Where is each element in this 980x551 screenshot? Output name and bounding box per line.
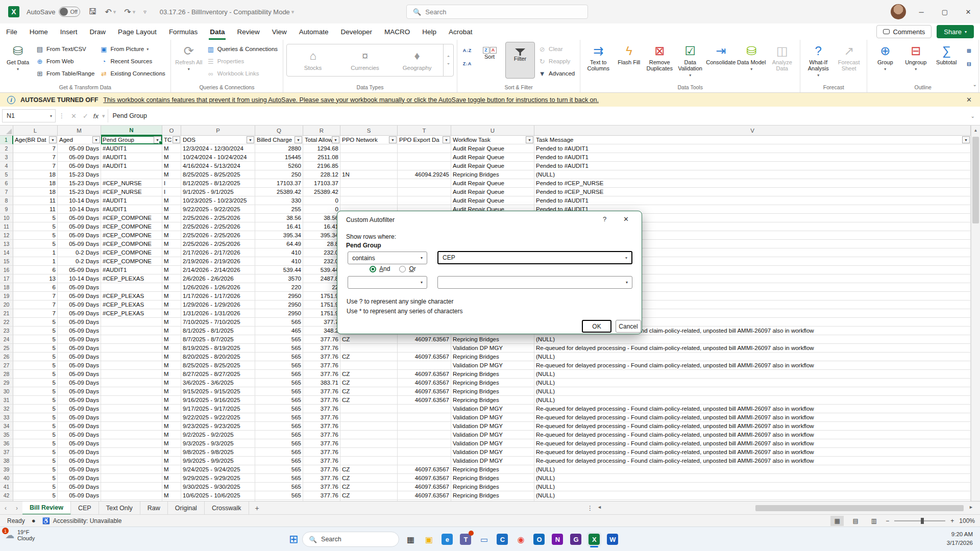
cell-V40[interactable]: (NULL) [534, 474, 971, 483]
cell-S4[interactable] [340, 162, 398, 170]
cell-N42[interactable] [101, 491, 162, 500]
cell-Q14[interactable]: 410 [255, 248, 303, 257]
expand-formula-bar-icon[interactable]: ⌄ [966, 113, 980, 119]
cell-S36[interactable] [340, 439, 398, 448]
cell-O32[interactable]: M [162, 405, 181, 413]
title-chevron-icon[interactable]: ▾ [291, 9, 295, 15]
filter-dropdown-icon[interactable]: ▼ [247, 136, 254, 143]
header-cell-R[interactable]: Total Allow▼ [303, 136, 340, 144]
cell-T34[interactable] [398, 422, 451, 431]
cell-T35[interactable] [398, 431, 451, 439]
cell-T40[interactable]: 46097.63567 [398, 474, 451, 483]
recent-sources-button[interactable]: ◔Recent Sources [97, 55, 167, 67]
weather-widget[interactable]: ☁1 19°FCloudy [5, 529, 35, 541]
cell-Q42[interactable]: 565 [255, 491, 303, 500]
cell-L11[interactable]: 5 [13, 222, 58, 231]
cell-Q12[interactable]: 395.34 [255, 231, 303, 240]
cell-M37[interactable]: 05-09 Days [58, 448, 101, 457]
next-sheet-icon[interactable]: › [11, 505, 22, 512]
cell-O31[interactable]: M [162, 396, 181, 405]
cell-M3[interactable]: 05-09 Days [58, 153, 101, 162]
cell-M27[interactable]: 05-09 Days [58, 361, 101, 370]
cell-M8[interactable]: 10-14 Days [58, 196, 101, 205]
cell-L42[interactable]: 5 [13, 491, 58, 500]
row-number[interactable]: 35 [0, 431, 13, 439]
cell-L19[interactable]: 7 [13, 292, 58, 300]
cell-U42[interactable]: Repricing Bridges [451, 491, 534, 500]
column-header-U[interactable]: U [451, 126, 534, 136]
row-number[interactable]: 29 [0, 379, 13, 387]
maximize-button[interactable]: ▢ [933, 0, 957, 23]
cell-M28[interactable]: 05-09 Days [58, 370, 101, 379]
cell-L30[interactable]: 5 [13, 387, 58, 396]
filter-dropdown-icon[interactable]: ▼ [332, 136, 339, 143]
cell-P29[interactable]: 3/6/2025 - 3/6/2025 [181, 379, 255, 387]
cell-L18[interactable]: 6 [13, 283, 58, 292]
cell-Q23[interactable]: 465 [255, 327, 303, 335]
cell-Q26[interactable]: 565 [255, 353, 303, 361]
cell-P18[interactable]: 1/26/2026 - 1/26/2026 [181, 283, 255, 292]
tab-insert[interactable]: Insert [54, 23, 84, 40]
cell-R36[interactable]: 377.76 [303, 439, 340, 448]
cell-O36[interactable]: M [162, 439, 181, 448]
horizontal-scrollbar[interactable] [605, 505, 966, 511]
cell-L29[interactable]: 5 [13, 379, 58, 387]
data-validation-button[interactable]: ☑Data Validation▾ [675, 42, 705, 79]
cell-V37[interactable]: Re-queued for delayed processing - Found… [534, 448, 971, 457]
cell-R40[interactable]: 377.76 [303, 474, 340, 483]
cell-T6[interactable] [398, 179, 451, 188]
cell-O22[interactable]: M [162, 318, 181, 327]
cell-V25[interactable]: Re-queued for delayed processing - Found… [534, 344, 971, 353]
header-cell-M[interactable]: Aged▼ [58, 136, 101, 144]
cell-S38[interactable] [340, 457, 398, 465]
cell-O20[interactable]: M [162, 300, 181, 309]
cell-M25[interactable]: 05-09 Days [58, 344, 101, 353]
cell-Q19[interactable]: 2950 [255, 292, 303, 300]
fx-chevron-icon[interactable]: ▾ [102, 113, 105, 119]
cell-Q7[interactable]: 25389.42 [255, 188, 303, 196]
tabs-overflow-icon[interactable]: ⋮ [587, 505, 593, 512]
row-number[interactable]: 27 [0, 361, 13, 370]
cell-N4[interactable]: #AUDIT1 [101, 162, 162, 170]
cell-O42[interactable]: M [162, 491, 181, 500]
row-number[interactable]: 30 [0, 387, 13, 396]
cell-V36[interactable]: Re-queued for delayed processing - Found… [534, 439, 971, 448]
cell-M15[interactable]: 0-2 Days [58, 257, 101, 266]
cell-O25[interactable]: M [162, 344, 181, 353]
cell-M11[interactable]: 05-09 Days [58, 222, 101, 231]
cell-N38[interactable] [101, 457, 162, 465]
cell-R35[interactable]: 377.76 [303, 431, 340, 439]
scroll-up-icon[interactable]: ▲ [971, 126, 980, 135]
cell-U38[interactable]: Validation DP MGY [451, 457, 534, 465]
cell-M41[interactable]: 05-09 Days [58, 483, 101, 491]
cell-Q36[interactable]: 565 [255, 439, 303, 448]
cell-N24[interactable] [101, 335, 162, 344]
cell-R9[interactable]: 0 [303, 205, 340, 214]
cell-Q8[interactable]: 330 [255, 196, 303, 205]
cell-P22[interactable]: 7/10/2025 - 7/10/2025 [181, 318, 255, 327]
cell-U7[interactable]: Audit Repair Queue [451, 188, 534, 196]
cell-R16[interactable]: 539.44 [303, 266, 340, 274]
cell-U6[interactable]: Audit Repair Queue [451, 179, 534, 188]
cell-L14[interactable]: 1 [13, 248, 58, 257]
cell-L41[interactable]: 5 [13, 483, 58, 491]
cell-T5[interactable]: 46094.29245 [398, 170, 451, 179]
filter-dropdown-icon[interactable]: ▼ [154, 136, 161, 143]
cell-O14[interactable]: M [162, 248, 181, 257]
confirm-entry-icon[interactable]: ✓ [80, 112, 91, 120]
cell-M32[interactable]: 05-09 Days [58, 405, 101, 413]
cell-O6[interactable]: I [162, 179, 181, 188]
operator2-select[interactable]: ▾ [348, 276, 427, 289]
row-number[interactable]: 16 [0, 266, 13, 274]
cell-U35[interactable]: Validation DP MGY [451, 431, 534, 439]
cell-R23[interactable]: 348.2 [303, 327, 340, 335]
cell-O4[interactable]: M [162, 162, 181, 170]
cell-O10[interactable]: M [162, 214, 181, 222]
cell-L31[interactable]: 5 [13, 396, 58, 405]
cell-M21[interactable]: 05-09 Days [58, 309, 101, 318]
cell-L32[interactable]: 5 [13, 405, 58, 413]
cell-L22[interactable]: 5 [13, 318, 58, 327]
cell-R38[interactable]: 377.76 [303, 457, 340, 465]
taskbar-icon-outlook[interactable]: O [532, 532, 546, 546]
cell-O28[interactable]: M [162, 370, 181, 379]
